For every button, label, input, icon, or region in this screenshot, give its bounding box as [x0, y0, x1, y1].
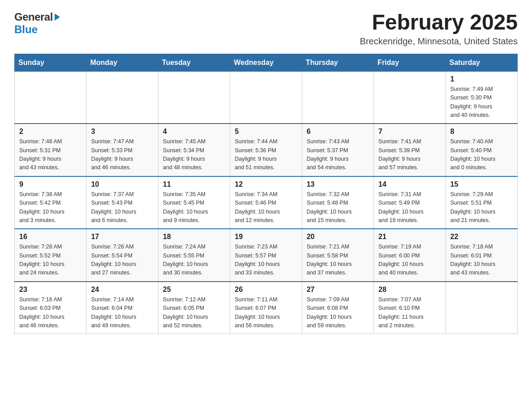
- calendar-cell: 27Sunrise: 7:09 AMSunset: 6:08 PMDayligh…: [302, 282, 373, 334]
- day-number: 10: [91, 180, 153, 188]
- calendar-cell: [15, 71, 86, 124]
- day-number: 15: [450, 180, 513, 188]
- day-number: 13: [307, 180, 369, 188]
- day-number: 17: [91, 233, 153, 241]
- calendar-cell: 13Sunrise: 7:32 AMSunset: 5:48 PMDayligh…: [302, 176, 373, 229]
- day-number: 27: [307, 286, 369, 294]
- calendar-week-row: 1Sunrise: 7:49 AMSunset: 5:30 PMDaylight…: [15, 71, 518, 124]
- day-info: Sunrise: 7:43 AMSunset: 5:37 PMDaylight:…: [307, 137, 369, 172]
- calendar-cell: 21Sunrise: 7:19 AMSunset: 6:00 PMDayligh…: [374, 229, 446, 282]
- calendar-cell: 5Sunrise: 7:44 AMSunset: 5:36 PMDaylight…: [230, 124, 302, 176]
- calendar-cell: 22Sunrise: 7:18 AMSunset: 6:01 PMDayligh…: [446, 229, 517, 282]
- day-info: Sunrise: 7:38 AMSunset: 5:42 PMDaylight:…: [19, 190, 82, 225]
- day-number: 4: [163, 128, 225, 136]
- day-info: Sunrise: 7:44 AMSunset: 5:36 PMDaylight:…: [235, 137, 297, 172]
- logo-general: General: [14, 11, 53, 23]
- day-info: Sunrise: 7:48 AMSunset: 5:31 PMDaylight:…: [19, 137, 82, 172]
- day-info: Sunrise: 7:26 AMSunset: 5:54 PMDaylight:…: [91, 243, 153, 278]
- calendar-cell: 7Sunrise: 7:41 AMSunset: 5:39 PMDaylight…: [374, 124, 446, 176]
- calendar-cell: 28Sunrise: 7:07 AMSunset: 6:10 PMDayligh…: [374, 282, 446, 334]
- calendar-cell: 18Sunrise: 7:24 AMSunset: 5:55 PMDayligh…: [158, 229, 230, 282]
- day-number: 14: [378, 180, 441, 188]
- calendar-week-row: 16Sunrise: 7:28 AMSunset: 5:52 PMDayligh…: [15, 229, 518, 282]
- calendar-cell: 26Sunrise: 7:11 AMSunset: 6:07 PMDayligh…: [230, 282, 302, 334]
- calendar-cell: 16Sunrise: 7:28 AMSunset: 5:52 PMDayligh…: [15, 229, 86, 282]
- page-header: General Blue February 2025 Breckenridge,…: [14, 11, 518, 47]
- day-info: Sunrise: 7:28 AMSunset: 5:52 PMDaylight:…: [19, 243, 82, 278]
- calendar-cell: 23Sunrise: 7:16 AMSunset: 6:03 PMDayligh…: [15, 282, 86, 334]
- day-info: Sunrise: 7:14 AMSunset: 6:04 PMDaylight:…: [91, 295, 153, 330]
- day-info: Sunrise: 7:18 AMSunset: 6:01 PMDaylight:…: [450, 243, 513, 278]
- calendar-cell: 10Sunrise: 7:37 AMSunset: 5:43 PMDayligh…: [86, 176, 158, 229]
- day-number: 2: [19, 128, 82, 136]
- day-info: Sunrise: 7:24 AMSunset: 5:55 PMDaylight:…: [163, 243, 225, 278]
- day-number: 20: [307, 233, 369, 241]
- calendar-cell: 24Sunrise: 7:14 AMSunset: 6:04 PMDayligh…: [86, 282, 158, 334]
- weekday-header-tuesday: Tuesday: [158, 54, 230, 71]
- location-title: Breckenridge, Minnesota, United States: [360, 36, 518, 47]
- day-number: 23: [19, 286, 82, 294]
- day-number: 7: [378, 128, 441, 136]
- day-number: 19: [235, 233, 297, 241]
- calendar-cell: 25Sunrise: 7:12 AMSunset: 6:05 PMDayligh…: [158, 282, 230, 334]
- logo-blue: Blue: [14, 23, 38, 35]
- calendar-cell: 4Sunrise: 7:45 AMSunset: 5:34 PMDaylight…: [158, 124, 230, 176]
- day-info: Sunrise: 7:19 AMSunset: 6:00 PMDaylight:…: [378, 243, 441, 278]
- day-info: Sunrise: 7:29 AMSunset: 5:51 PMDaylight:…: [450, 190, 513, 225]
- calendar-cell: 17Sunrise: 7:26 AMSunset: 5:54 PMDayligh…: [86, 229, 158, 282]
- day-info: Sunrise: 7:40 AMSunset: 5:40 PMDaylight:…: [450, 137, 513, 172]
- day-info: Sunrise: 7:23 AMSunset: 5:57 PMDaylight:…: [235, 243, 297, 278]
- day-number: 1: [450, 75, 513, 83]
- day-number: 11: [163, 180, 225, 188]
- day-number: 12: [235, 180, 297, 188]
- calendar-cell: 19Sunrise: 7:23 AMSunset: 5:57 PMDayligh…: [230, 229, 302, 282]
- day-number: 6: [307, 128, 369, 136]
- calendar-cell: 15Sunrise: 7:29 AMSunset: 5:51 PMDayligh…: [446, 176, 517, 229]
- calendar-cell: 8Sunrise: 7:40 AMSunset: 5:40 PMDaylight…: [446, 124, 517, 176]
- weekday-header-friday: Friday: [374, 54, 446, 71]
- logo: General Blue: [14, 11, 61, 36]
- day-info: Sunrise: 7:41 AMSunset: 5:39 PMDaylight:…: [378, 137, 441, 172]
- day-number: 26: [235, 286, 297, 294]
- day-number: 24: [91, 286, 153, 294]
- day-info: Sunrise: 7:09 AMSunset: 6:08 PMDaylight:…: [307, 295, 369, 330]
- calendar-cell: 1Sunrise: 7:49 AMSunset: 5:30 PMDaylight…: [446, 71, 517, 124]
- calendar-week-row: 9Sunrise: 7:38 AMSunset: 5:42 PMDaylight…: [15, 176, 518, 229]
- day-number: 25: [163, 286, 225, 294]
- weekday-header-monday: Monday: [86, 54, 158, 71]
- calendar-cell: [302, 71, 373, 124]
- calendar-cell: 6Sunrise: 7:43 AMSunset: 5:37 PMDaylight…: [302, 124, 373, 176]
- weekday-header-wednesday: Wednesday: [230, 54, 302, 71]
- day-info: Sunrise: 7:16 AMSunset: 6:03 PMDaylight:…: [19, 295, 82, 330]
- day-info: Sunrise: 7:47 AMSunset: 5:33 PMDaylight:…: [91, 137, 153, 172]
- calendar-cell: 3Sunrise: 7:47 AMSunset: 5:33 PMDaylight…: [86, 124, 158, 176]
- weekday-header-thursday: Thursday: [302, 54, 373, 71]
- day-number: 8: [450, 128, 513, 136]
- day-info: Sunrise: 7:12 AMSunset: 6:05 PMDaylight:…: [163, 295, 225, 330]
- calendar-cell: 2Sunrise: 7:48 AMSunset: 5:31 PMDaylight…: [15, 124, 86, 176]
- calendar-cell: 20Sunrise: 7:21 AMSunset: 5:58 PMDayligh…: [302, 229, 373, 282]
- calendar-week-row: 2Sunrise: 7:48 AMSunset: 5:31 PMDaylight…: [15, 124, 518, 176]
- day-number: 18: [163, 233, 225, 241]
- calendar-week-row: 23Sunrise: 7:16 AMSunset: 6:03 PMDayligh…: [15, 282, 518, 334]
- day-info: Sunrise: 7:35 AMSunset: 5:45 PMDaylight:…: [163, 190, 225, 225]
- day-info: Sunrise: 7:07 AMSunset: 6:10 PMDaylight:…: [378, 295, 441, 330]
- title-section: February 2025 Breckenridge, Minnesota, U…: [360, 11, 518, 47]
- day-number: 28: [378, 286, 441, 294]
- day-info: Sunrise: 7:11 AMSunset: 6:07 PMDaylight:…: [235, 295, 297, 330]
- calendar-cell: 12Sunrise: 7:34 AMSunset: 5:46 PMDayligh…: [230, 176, 302, 229]
- calendar-cell: 9Sunrise: 7:38 AMSunset: 5:42 PMDaylight…: [15, 176, 86, 229]
- calendar-header: SundayMondayTuesdayWednesdayThursdayFrid…: [15, 54, 518, 71]
- day-number: 22: [450, 233, 513, 241]
- calendar-cell: 14Sunrise: 7:31 AMSunset: 5:49 PMDayligh…: [374, 176, 446, 229]
- calendar-cell: [158, 71, 230, 124]
- calendar-body: 1Sunrise: 7:49 AMSunset: 5:30 PMDaylight…: [15, 71, 518, 334]
- day-number: 16: [19, 233, 82, 241]
- day-info: Sunrise: 7:32 AMSunset: 5:48 PMDaylight:…: [307, 190, 369, 225]
- calendar-cell: [374, 71, 446, 124]
- logo-arrow-icon: [54, 13, 61, 21]
- day-info: Sunrise: 7:45 AMSunset: 5:34 PMDaylight:…: [163, 137, 225, 172]
- day-info: Sunrise: 7:34 AMSunset: 5:46 PMDaylight:…: [235, 190, 297, 225]
- day-number: 21: [378, 233, 441, 241]
- calendar-table: SundayMondayTuesdayWednesdayThursdayFrid…: [14, 54, 518, 334]
